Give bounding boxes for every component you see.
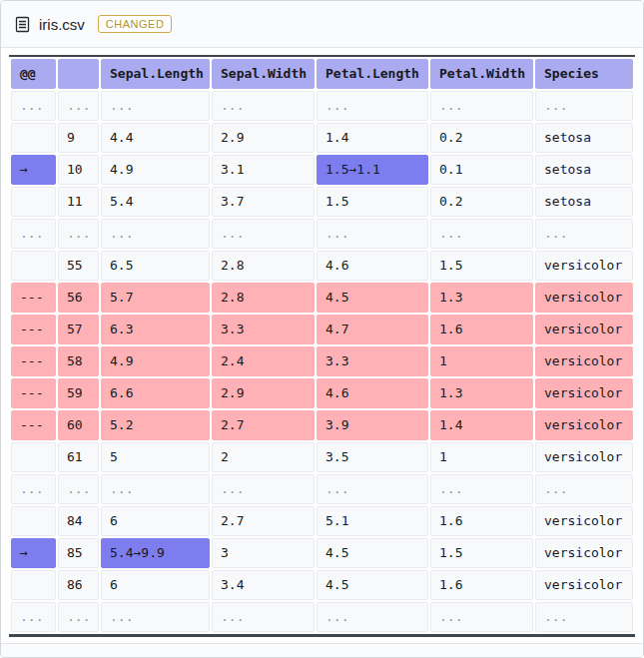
skip-row: ..................... [11, 474, 633, 504]
data-cell: 5.7 [101, 283, 210, 313]
data-cell: 4.6 [317, 378, 428, 408]
row-number-cell: 59 [58, 378, 99, 408]
data-cell: 3.3 [212, 315, 315, 344]
data-cell: ... [212, 91, 315, 121]
data-cell: 4.9 [101, 346, 210, 376]
row-state-cell: --- [11, 315, 56, 344]
row-state-cell: --- [11, 283, 56, 313]
data-cell: 4.7 [317, 315, 428, 344]
data-cell: ... [317, 602, 428, 632]
skip-row: ..................... [11, 91, 633, 121]
diff-table-scroll-area[interactable]: @@Sepal.LengthSepal.WidthPetal.LengthPet… [9, 55, 635, 637]
data-cell: versicolor [535, 283, 633, 313]
diff-table: @@Sepal.LengthSepal.WidthPetal.LengthPet… [9, 57, 635, 634]
data-cell: 0.1 [430, 155, 533, 185]
row-state-cell: --- [11, 410, 56, 440]
data-cell: 5.4 [101, 187, 210, 217]
data-cell: versicolor [535, 315, 633, 344]
file-document-icon [15, 16, 30, 33]
data-cell: 2.9 [212, 378, 315, 408]
data-cell: ... [212, 219, 315, 249]
data-cell: versicolor [535, 538, 633, 568]
data-cell: 2.8 [212, 251, 315, 281]
data-cell: ... [535, 219, 633, 249]
row-number-cell: ... [58, 602, 99, 632]
data-cell: 5.1 [317, 506, 428, 536]
row-state-cell [11, 506, 56, 536]
row-state-cell [11, 251, 56, 281]
row-state-cell [11, 123, 56, 153]
data-cell: ... [535, 474, 633, 504]
modify-row: →855.4→9.934.51.5versicolor [11, 538, 633, 568]
data-cell: ... [430, 474, 533, 504]
data-cell: ... [212, 602, 315, 632]
data-cell: 4.4 [101, 123, 210, 153]
data-cell: versicolor [535, 346, 633, 376]
data-cell: 2.8 [212, 283, 315, 313]
row-number-cell: 61 [58, 442, 99, 472]
data-cell: 2.9 [212, 123, 315, 153]
row-state-cell: ... [11, 474, 56, 504]
row-state-cell [11, 570, 56, 600]
data-cell: 3.9 [317, 410, 428, 440]
row-number-cell: ... [58, 91, 99, 121]
row-number-cell: 9 [58, 123, 99, 153]
data-cell: 2.7 [212, 506, 315, 536]
row-number-cell: 85 [58, 538, 99, 568]
data-cell: 1.5→1.1 [317, 155, 428, 185]
remove-row: ---576.33.34.71.6versicolor [11, 315, 633, 344]
data-cell: 3.3 [317, 346, 428, 376]
data-cell: 1.5 [317, 187, 428, 217]
column-header-petal-width: Petal.Width [430, 59, 533, 89]
row-state-cell [11, 187, 56, 217]
data-cell: 6.5 [101, 251, 210, 281]
data-cell: 4.5 [317, 283, 428, 313]
column-header-at: @@ [11, 59, 56, 89]
data-cell: setosa [535, 155, 633, 185]
data-cell: 2 [212, 442, 315, 472]
data-cell: 1.6 [430, 315, 533, 344]
normal-row: 115.43.71.50.2setosa [11, 187, 633, 217]
row-number-cell: 10 [58, 155, 99, 185]
row-state-cell: → [11, 538, 56, 568]
row-state-cell: ... [11, 219, 56, 249]
data-cell: 1.6 [430, 506, 533, 536]
column-header-sepal-length: Sepal.Length [101, 59, 210, 89]
data-cell: 5.4→9.9 [101, 538, 210, 568]
row-state-cell: ... [11, 91, 56, 121]
changed-status-badge: CHANGED [98, 15, 173, 33]
row-number-cell: 86 [58, 570, 99, 600]
data-cell: 6 [101, 506, 210, 536]
data-cell: 0.2 [430, 123, 533, 153]
data-cell: 1.6 [430, 570, 533, 600]
data-cell: versicolor [535, 251, 633, 281]
column-header-blank [58, 59, 99, 89]
data-cell: 6 [101, 570, 210, 600]
csv-diff-panel: iris.csv CHANGED @@Sepal.LengthSepal.Wid… [0, 0, 644, 658]
data-cell: ... [317, 219, 428, 249]
data-cell: setosa [535, 187, 633, 217]
row-state-cell [11, 442, 56, 472]
column-header-sepal-width: Sepal.Width [212, 59, 315, 89]
data-cell: 4.5 [317, 538, 428, 568]
data-cell: 1.4 [430, 410, 533, 440]
skip-row: ..................... [11, 219, 633, 249]
data-cell: 1 [430, 346, 533, 376]
data-cell: 3.7 [212, 187, 315, 217]
data-cell: 3.1 [212, 155, 315, 185]
data-cell: versicolor [535, 378, 633, 408]
data-cell: ... [430, 602, 533, 632]
panel-footer [1, 643, 643, 657]
data-cell: ... [430, 219, 533, 249]
modify-row: →104.93.11.5→1.10.1setosa [11, 155, 633, 185]
data-cell: setosa [535, 123, 633, 153]
column-header-species: Species [535, 59, 633, 89]
normal-row: 8663.44.51.6versicolor [11, 570, 633, 600]
data-cell: ... [212, 474, 315, 504]
column-header-row: @@Sepal.LengthSepal.WidthPetal.LengthPet… [11, 59, 633, 89]
row-number-cell: 60 [58, 410, 99, 440]
data-cell: 6.6 [101, 378, 210, 408]
data-cell: ... [101, 91, 210, 121]
data-cell: ... [101, 602, 210, 632]
data-cell: 1.5 [430, 251, 533, 281]
